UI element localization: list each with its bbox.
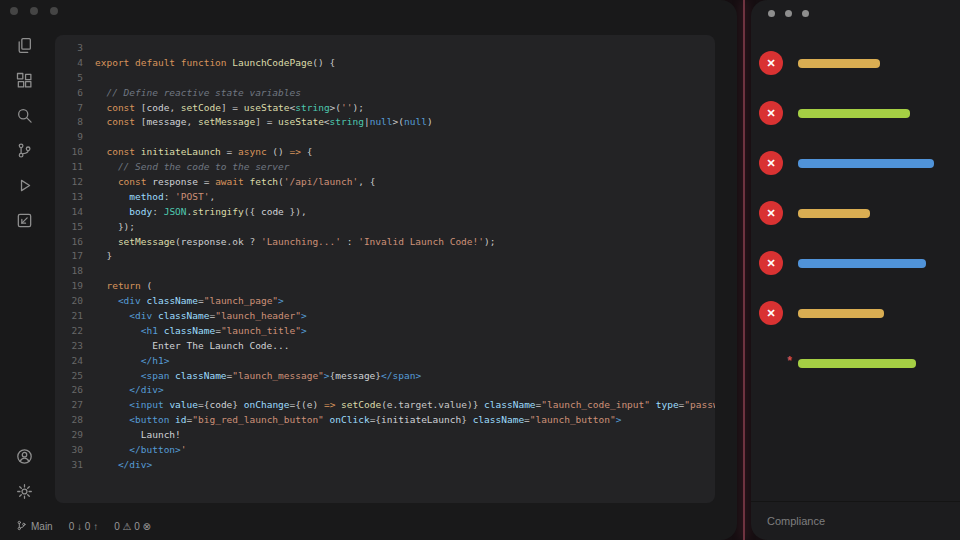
code-line[interactable]: 29Launch! (55, 428, 715, 443)
code-line[interactable]: 31</div> (55, 458, 715, 473)
code-line[interactable]: 8const [message, setMessage] = useState<… (55, 115, 715, 130)
code-line[interactable]: 22<h1 className="launch_title"> (55, 324, 715, 339)
window-control-dot-3[interactable] (802, 10, 809, 17)
line-number: 5 (55, 71, 83, 86)
code-line[interactable]: 19return ( (55, 279, 715, 294)
source-control-icon[interactable] (11, 137, 37, 163)
code-line[interactable]: 16setMessage(response.ok ? 'Launching...… (55, 235, 715, 250)
code-line[interactable]: 28<button id="big_red_launch_button" onC… (55, 413, 715, 428)
code-line[interactable]: 27<input value={code} onChange={(e) => s… (55, 398, 715, 413)
status-slot: ✕ (759, 251, 783, 275)
remote-icon[interactable] (11, 207, 37, 233)
line-number: 25 (55, 369, 83, 384)
code-line[interactable]: 14body: JSON.stringify({ code }), (55, 205, 715, 220)
line-number: 13 (55, 190, 83, 205)
desktop: 34export default function LaunchCodePage… (0, 0, 960, 540)
code-text: }); (95, 220, 135, 235)
line-number: 14 (55, 205, 83, 220)
redacted-text-bar (798, 209, 870, 218)
line-number: 4 (55, 56, 83, 71)
line-number: 10 (55, 145, 83, 160)
search-icon[interactable] (11, 102, 37, 128)
code-line[interactable]: 10const initiateLaunch = async () => { (55, 145, 715, 160)
code-line[interactable]: 23Enter The Launch Code... (55, 339, 715, 354)
redacted-text-bar (798, 109, 910, 118)
code-text: const [code, setCode] = useState<string>… (95, 101, 364, 116)
code-text: </h1> (95, 354, 169, 369)
sync-indicator[interactable]: 0 ↓ 0 ↑ (69, 521, 98, 532)
line-number: 8 (55, 115, 83, 130)
problems-indicator[interactable]: 0 ⚠ 0 ⊗ (114, 521, 151, 532)
code-line[interactable]: 15}); (55, 220, 715, 235)
fail-x-icon[interactable]: ✕ (759, 51, 783, 75)
code-line[interactable]: 12const response = await fetch('/api/lau… (55, 175, 715, 190)
code-line[interactable]: 5 (55, 71, 715, 86)
redacted-text-bar (798, 309, 884, 318)
code-line[interactable]: 21<div className="launch_header"> (55, 309, 715, 324)
code-line[interactable]: 4export default function LaunchCodePage(… (55, 56, 715, 71)
status-bar: Main 0 ↓ 0 ↑ 0 ⚠ 0 ⊗ (16, 520, 151, 533)
code-text: export default function LaunchCodePage()… (95, 56, 335, 71)
line-number: 27 (55, 398, 83, 413)
line-number: 30 (55, 443, 83, 458)
code-line[interactable]: 17} (55, 249, 715, 264)
code-text: <div className="launch_header"> (95, 309, 307, 324)
code-line[interactable]: 7const [code, setCode] = useState<string… (55, 101, 715, 116)
code-text: body: JSON.stringify({ code }), (95, 205, 307, 220)
line-number: 9 (55, 130, 83, 145)
activity-bar-bottom (0, 443, 48, 504)
fail-x-icon[interactable]: ✕ (759, 251, 783, 275)
line-number: 18 (55, 264, 83, 279)
line-number: 29 (55, 428, 83, 443)
fail-x-icon[interactable]: ✕ (759, 301, 783, 325)
fail-x-icon[interactable]: ✕ (759, 151, 783, 175)
line-number: 15 (55, 220, 83, 235)
code-line[interactable]: 30</button>' (55, 443, 715, 458)
activity-bar-top (0, 32, 48, 233)
window-control-dot-3[interactable] (50, 7, 58, 15)
code-text: </div> (95, 458, 152, 473)
fail-x-icon[interactable]: ✕ (759, 101, 783, 125)
code-line[interactable]: 9 (55, 130, 715, 145)
status-slot: ✕ (759, 101, 783, 125)
line-number: 17 (55, 249, 83, 264)
files-icon[interactable] (11, 32, 37, 58)
branch-indicator[interactable]: Main (16, 520, 53, 533)
code-text: <button id="big_red_launch_button" onCli… (95, 413, 621, 428)
extensions-icon[interactable] (11, 67, 37, 93)
code-line[interactable]: 18 (55, 264, 715, 279)
code-text: <input value={code} onChange={(e) => set… (95, 398, 715, 413)
code-line[interactable]: 20<div className="launch_page"> (55, 294, 715, 309)
redacted-text-bar (798, 159, 934, 168)
window-control-dot-2[interactable] (785, 10, 792, 17)
asterisk-icon: * (787, 354, 792, 368)
account-icon[interactable] (11, 443, 37, 469)
line-number: 16 (55, 235, 83, 250)
window-control-dot-1[interactable] (768, 10, 775, 17)
code-line[interactable]: 24</h1> (55, 354, 715, 369)
code-line[interactable]: 6// Define reactive state variables (55, 86, 715, 101)
code-text: Launch! (95, 428, 181, 443)
compliance-row: ✕ (759, 101, 960, 125)
code-line[interactable]: 26</div> (55, 383, 715, 398)
fail-x-icon[interactable]: ✕ (759, 201, 783, 225)
code-line[interactable]: 13method: 'POST', (55, 190, 715, 205)
code-text: <div className="launch_page"> (95, 294, 284, 309)
git-branch-icon (16, 520, 27, 533)
activity-bar (0, 0, 48, 540)
status-slot: ✕ (759, 151, 783, 175)
line-number: 22 (55, 324, 83, 339)
code-text: const response = await fetch('/api/launc… (95, 175, 375, 190)
settings-icon[interactable] (11, 478, 37, 504)
code-line[interactable]: 11// Send the code to the server (55, 160, 715, 175)
status-slot: * (759, 351, 783, 375)
code-line[interactable]: 3 (55, 41, 715, 56)
compliance-row: ✕ (759, 251, 960, 275)
run-debug-icon[interactable] (11, 172, 37, 198)
line-number: 23 (55, 339, 83, 354)
line-number: 21 (55, 309, 83, 324)
line-number: 19 (55, 279, 83, 294)
code-line[interactable]: 25<span className="launch_message">{mess… (55, 369, 715, 384)
compliance-row: ✕ (759, 301, 960, 325)
code-text: method: 'POST', (95, 190, 215, 205)
